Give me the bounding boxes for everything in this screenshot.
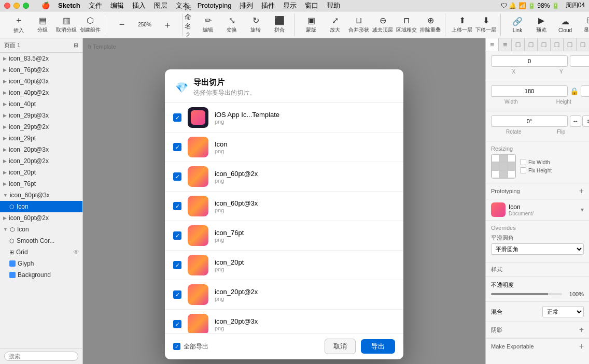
sidebar-item-background[interactable]: Background	[0, 269, 82, 281]
subtract-button[interactable]: ⊖ 减去顶层	[371, 13, 394, 36]
export-list-item[interactable]: icon_60pt@3x png	[165, 192, 403, 221]
size-height-input[interactable]	[581, 85, 589, 97]
prototyping-row[interactable]: Icon Document/ ▾	[486, 199, 589, 221]
select-all-area[interactable]: 全部导出	[173, 342, 208, 351]
opacity-slider[interactable]	[491, 293, 562, 295]
export-list-item[interactable]: icon_20pt@2x png	[165, 280, 403, 310]
ungroup-button[interactable]: ▥ 取消分组	[55, 13, 78, 36]
panel-tab-8[interactable]: □	[577, 38, 589, 51]
position-x-input[interactable]	[491, 55, 568, 67]
zoom-plus-button[interactable]: ＋	[156, 13, 179, 36]
maximize-button[interactable]	[23, 3, 29, 9]
blend-select[interactable]: 正常	[542, 306, 584, 317]
menu-file[interactable]: 文件	[89, 1, 102, 10]
panel-tab-6[interactable]: □	[551, 38, 564, 51]
group-button[interactable]: ▤ 分组	[31, 13, 54, 36]
zoom-minus-button[interactable]: −	[110, 13, 133, 36]
canvas[interactable]: h Template 💎 导出切片 选择你要导出的切片。	[83, 38, 485, 364]
sidebar-item-icon-selected[interactable]: ⬡ Icon	[0, 201, 82, 212]
export-checkbox[interactable]	[173, 231, 181, 240]
zoom-display[interactable]: 250%	[134, 13, 155, 36]
export-checkbox[interactable]	[173, 290, 181, 299]
menu-arrange[interactable]: 排列	[240, 1, 253, 10]
app-name[interactable]: Sketch	[58, 2, 80, 9]
mask-button[interactable]: ▣ 蒙版	[300, 13, 322, 36]
flatten-button[interactable]: ⬛ 拼合	[268, 13, 291, 36]
page-options-icon[interactable]: ⊞	[74, 42, 78, 49]
cancel-button[interactable]: 取消	[325, 339, 356, 354]
fix-width-checkbox[interactable]	[520, 159, 526, 165]
edit-button[interactable]: ✏ 编辑	[197, 13, 219, 36]
sidebar-item-icon40pt2x[interactable]: ▶ icon_40pt@2x	[0, 87, 82, 98]
export-checkbox[interactable]	[173, 172, 181, 181]
search-input[interactable]	[4, 352, 78, 361]
shadow-add-button[interactable]: +	[579, 325, 584, 334]
rotate-input[interactable]	[491, 115, 568, 127]
rotate-button[interactable]: ↻ 旋转	[244, 13, 267, 36]
menu-edit[interactable]: 编辑	[110, 1, 124, 10]
cloud-button[interactable]: ☁ Cloud	[554, 13, 577, 36]
sidebar-item-smooth-cor[interactable]: ⬡ Smooth Cor...	[0, 235, 82, 246]
smooth-corner-select[interactable]: 平滑圆角	[491, 243, 584, 255]
sidebar-item-icon20pt[interactable]: ▶ icon_20pt	[0, 167, 82, 178]
fix-height-checkbox[interactable]	[520, 167, 526, 173]
sidebar-item-icon29pt[interactable]: ▶ icon_29pt	[0, 133, 82, 144]
scale-button[interactable]: ⤢ 放大	[324, 13, 346, 36]
sidebar-item-icon29pt3x[interactable]: ▶ icon_29pt@3x	[0, 110, 82, 121]
export-list-item[interactable]: icon_76pt png	[165, 221, 403, 251]
panel-tab-5[interactable]: □	[538, 38, 551, 51]
menu-plugins[interactable]: 插件	[261, 1, 275, 10]
export-list-item[interactable]: Icon png	[165, 133, 403, 162]
export-checkbox[interactable]	[173, 320, 181, 328]
link-button[interactable]: 🔗 Link	[506, 13, 529, 36]
select-all-checkbox[interactable]	[173, 343, 180, 350]
minimize-button[interactable]	[13, 3, 20, 9]
menu-layer[interactable]: 图层	[154, 1, 167, 10]
menu-insert[interactable]: 插入	[132, 1, 146, 10]
close-button[interactable]	[4, 3, 10, 9]
sidebar-item-icon-group[interactable]: ▼ ⬡ Icon	[0, 224, 82, 235]
prototyping-add-button[interactable]: +	[579, 186, 584, 196]
sidebar-item-icon29pt2x[interactable]: ▶ icon_29pt@2x	[0, 121, 82, 133]
flip-vertical-button[interactable]: ↕	[582, 115, 589, 127]
display-button[interactable]: 🖥 显示	[578, 13, 589, 36]
export-checkbox[interactable]	[173, 143, 181, 151]
sidebar-item-icon20pt3x[interactable]: ▶ icon_20pt@3x	[0, 144, 82, 155]
panel-tab-inspect[interactable]: ≡	[486, 38, 499, 51]
export-list-item[interactable]: icon_60pt@2x png	[165, 162, 403, 192]
create-component-button[interactable]: ⬡ 创建组件	[79, 13, 102, 36]
sidebar-item-icon835[interactable]: ▶ icon_83.5@2x	[0, 53, 82, 64]
sidebar-item-icon60pt3x[interactable]: ▼ icon_60pt@3x	[0, 190, 82, 201]
menu-help[interactable]: 帮助	[327, 1, 340, 10]
export-list-item[interactable]: icon_20pt@3x png	[165, 310, 403, 333]
sidebar-item-glyph[interactable]: Glyph	[0, 258, 82, 269]
export-checkbox[interactable]	[173, 202, 181, 210]
transform-button[interactable]: ⤡ 变换	[220, 13, 243, 36]
export-list-item[interactable]: iOS App Ic...Template png	[165, 103, 403, 133]
export-list-item[interactable]: icon_20pt png	[165, 251, 403, 280]
panel-tab-2[interactable]: ≡	[499, 38, 512, 51]
panel-tab-4[interactable]: □	[525, 38, 538, 51]
position-y-input[interactable]	[570, 55, 589, 67]
menu-prototyping[interactable]: Prototyping	[198, 2, 232, 9]
link-proportions-icon[interactable]: 🔒	[570, 87, 579, 95]
sidebar-item-icon76pt2x[interactable]: ▶ icon_76pt@2x	[0, 64, 82, 76]
preview-button[interactable]: ▶ 预览	[530, 13, 553, 36]
move-up-button[interactable]: ⬆ 上移一层	[451, 13, 473, 36]
size-width-input[interactable]	[491, 85, 568, 97]
panel-tab-7[interactable]: □	[564, 38, 577, 51]
sidebar-item-icon40pt[interactable]: ▶ icon_40pt	[0, 98, 82, 110]
menu-window[interactable]: 窗口	[305, 1, 318, 10]
insert-button[interactable]: ＋ 插入	[7, 13, 30, 36]
export-checkbox[interactable]	[173, 113, 181, 122]
sidebar-item-icon20pt2x[interactable]: ▶ icon_20pt@2x	[0, 155, 82, 167]
menu-display[interactable]: 显示	[283, 1, 297, 10]
flip-horizontal-button[interactable]: ↔	[570, 115, 581, 127]
panel-tab-3[interactable]: □	[512, 38, 525, 51]
exclude-button[interactable]: ⊕ 排除重叠	[419, 13, 442, 36]
apple-menu[interactable]: 🍎	[41, 2, 50, 9]
export-checkbox[interactable]	[173, 261, 181, 269]
sidebar-item-grid[interactable]: ⊞ Grid 👁	[0, 246, 82, 258]
export-confirm-button[interactable]: 导出	[361, 339, 395, 354]
sidebar-item-icon60pt2x[interactable]: ▶ icon_60pt@2x	[0, 212, 82, 224]
